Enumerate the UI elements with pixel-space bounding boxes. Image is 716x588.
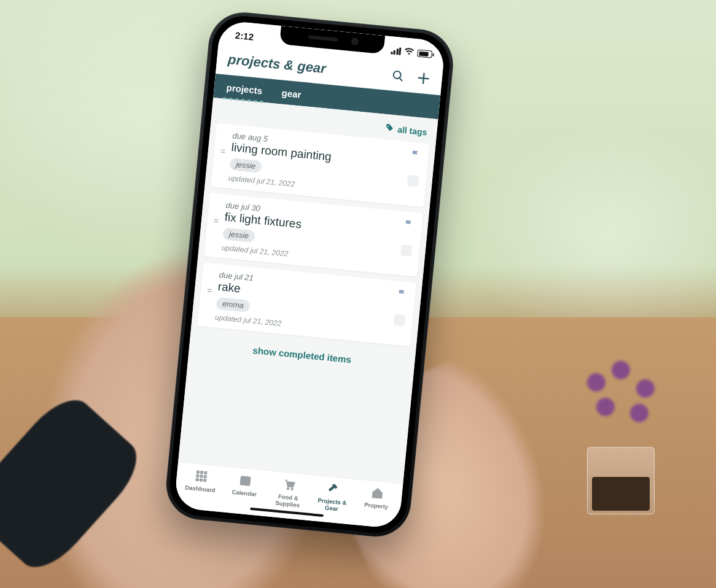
svg-rect-19: [376, 494, 378, 498]
svg-rect-4: [197, 471, 200, 474]
drag-handle-icon[interactable]: =: [205, 285, 213, 295]
nav-label: Calendar: [232, 489, 257, 498]
cellular-signal-icon: [391, 47, 402, 55]
svg-rect-10: [196, 478, 199, 481]
svg-point-17: [287, 488, 289, 490]
phone-screen: 2:12 projects & gear: [174, 20, 446, 529]
nav-property[interactable]: Property: [356, 484, 397, 517]
project-card[interactable]: = due jul 21 rake emma updated jul 21, 2…: [197, 263, 416, 347]
grid-icon: [194, 469, 209, 484]
status-icons: [391, 45, 433, 60]
nav-label: Projects & Gear: [312, 496, 352, 513]
filter-all-tags[interactable]: all tags: [385, 123, 428, 137]
battery-icon: [417, 49, 432, 58]
status-time: 2:12: [235, 30, 254, 42]
cart-icon: [282, 478, 297, 492]
filter-label: all tags: [397, 124, 428, 137]
phone-device: 2:12 projects & gear: [163, 9, 456, 540]
photo-background: 2:12 projects & gear: [0, 0, 716, 588]
project-list: all tags = due aug 5 living room paintin…: [178, 98, 438, 484]
nav-label: Dashboard: [185, 484, 216, 493]
svg-rect-5: [200, 471, 203, 474]
flag-icon[interactable]: [397, 288, 408, 301]
svg-line-1: [399, 78, 402, 81]
flag-icon[interactable]: [403, 219, 414, 232]
nav-label: Food & Supplies: [268, 492, 308, 509]
complete-checkbox[interactable]: [400, 244, 413, 257]
search-icon[interactable]: [390, 68, 406, 83]
wifi-icon: [403, 46, 415, 58]
drag-handle-icon[interactable]: =: [219, 145, 227, 156]
complete-checkbox[interactable]: [394, 314, 406, 327]
nav-projects-gear[interactable]: Projects & Gear: [312, 481, 354, 514]
svg-line-3: [419, 78, 429, 79]
tab-gear[interactable]: gear: [279, 80, 303, 106]
project-card[interactable]: = due jul 30 fix light fixtures jessie u…: [204, 193, 422, 277]
svg-rect-12: [203, 479, 206, 482]
nav-label: Property: [364, 501, 389, 511]
svg-point-18: [291, 488, 293, 490]
home-icon: [370, 485, 385, 500]
svg-rect-9: [204, 475, 207, 478]
svg-rect-11: [200, 479, 203, 482]
complete-checkbox[interactable]: [407, 175, 419, 187]
project-updated: updated jul 21, 2022: [228, 174, 402, 199]
hammer-icon: [326, 482, 341, 497]
project-updated: updated jul 21, 2022: [214, 313, 388, 338]
calendar-icon: [238, 473, 253, 488]
flag-icon[interactable]: [410, 149, 421, 162]
drag-handle-icon[interactable]: =: [212, 215, 220, 226]
nav-food-supplies[interactable]: Food & Supplies: [268, 476, 309, 509]
assignee-chip[interactable]: jessie: [222, 227, 255, 242]
svg-rect-8: [200, 475, 203, 478]
nav-dashboard[interactable]: Dashboard: [180, 468, 222, 501]
svg-rect-6: [204, 471, 208, 474]
add-icon[interactable]: [416, 70, 432, 86]
project-updated: updated jul 21, 2022: [221, 243, 395, 268]
assignee-chip[interactable]: emma: [216, 297, 250, 312]
nav-calendar[interactable]: Calendar: [224, 472, 265, 505]
svg-rect-7: [197, 474, 200, 478]
tab-projects[interactable]: projects: [224, 75, 265, 103]
tag-icon: [385, 123, 395, 134]
assignee-chip[interactable]: jessie: [229, 158, 262, 173]
svg-rect-13: [240, 476, 250, 485]
